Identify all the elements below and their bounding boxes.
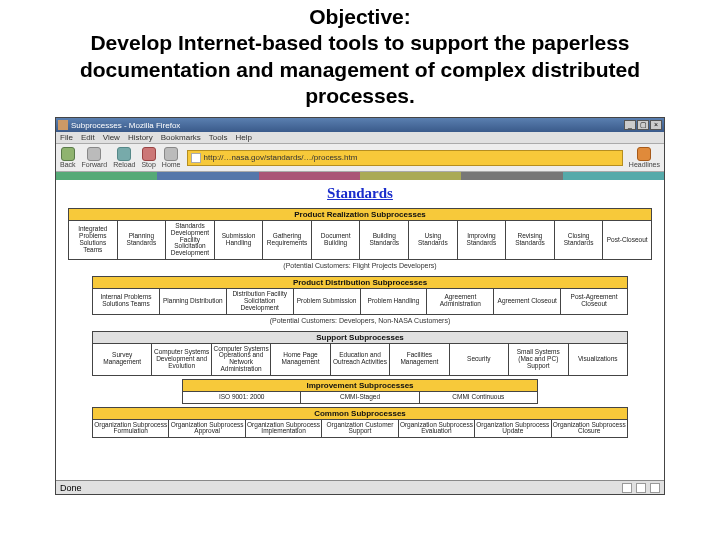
process-cell[interactable]: Computer Systems Development and Evoluti…	[152, 344, 211, 375]
nav-toolbar: Back Forward Reload Stop Home http://…na…	[56, 144, 664, 172]
process-cell[interactable]: Problem Handling	[361, 289, 428, 313]
process-cell[interactable]: Agreement Closeout	[494, 289, 561, 313]
process-cell[interactable]: Survey Management	[93, 344, 152, 375]
process-cell[interactable]: Organization Subprocess Update	[475, 420, 551, 438]
section-support: Support Subprocesses Survey Management C…	[92, 331, 628, 376]
reload-button[interactable]: Reload	[113, 147, 135, 168]
process-cell[interactable]: Distribution Facility Solicitation Devel…	[227, 289, 294, 313]
status-text: Done	[60, 483, 82, 493]
browser-window: Subprocesses - Mozilla Firefox _ ▢ × Fil…	[55, 117, 665, 495]
process-cell[interactable]: Using Standards	[409, 221, 458, 259]
process-cell[interactable]: Organization Subprocess Closure	[552, 420, 627, 438]
process-cell[interactable]: Home Page Management	[271, 344, 330, 375]
rss-button[interactable]: Headlines	[629, 147, 660, 168]
process-cell[interactable]: Post-Closeout	[603, 221, 651, 259]
section-improvement: Improvement Subprocesses ISO 9001: 2000 …	[182, 379, 538, 404]
process-cell[interactable]: Post-Agreement Closeout	[561, 289, 627, 313]
url-bar[interactable]: http://…nasa.gov/standards/…/process.htm	[187, 150, 623, 166]
menu-help[interactable]: Help	[235, 133, 251, 142]
home-button[interactable]: Home	[162, 147, 181, 168]
process-cell[interactable]: Organization Subprocess Approval	[169, 420, 245, 438]
browser-favicon-icon	[58, 120, 68, 130]
process-cell[interactable]: Planning Standards	[118, 221, 167, 259]
process-cell[interactable]: Small Systems (Mac and PC) Support	[509, 344, 568, 375]
section-head: Product Realization Subprocesses	[68, 208, 652, 221]
process-cell[interactable]: Building Standards	[360, 221, 409, 259]
stop-icon	[142, 147, 156, 161]
window-titlebar: Subprocesses - Mozilla Firefox _ ▢ ×	[56, 118, 664, 132]
status-bar: Done	[56, 480, 664, 494]
status-icon	[650, 483, 660, 493]
menu-view[interactable]: View	[103, 133, 120, 142]
process-cell[interactable]: Closing Standards	[555, 221, 604, 259]
page-content: Standards Product Realization Subprocess…	[56, 180, 664, 480]
process-cell[interactable]: CMMI-Staged	[301, 392, 419, 403]
process-cell[interactable]: Education and Outreach Activities	[331, 344, 390, 375]
window-minimize-button[interactable]: _	[624, 120, 636, 130]
process-cell[interactable]: Submission Handling	[215, 221, 264, 259]
cell-row: Integrated Problems Solutions Teams Plan…	[68, 221, 652, 260]
process-cell[interactable]: Integrated Problems Solutions Teams	[69, 221, 118, 259]
page-favicon-icon	[191, 153, 201, 163]
forward-button[interactable]: Forward	[82, 147, 108, 168]
reload-icon	[117, 147, 131, 161]
process-cell[interactable]: Gathering Requirements	[263, 221, 312, 259]
back-button[interactable]: Back	[60, 147, 76, 168]
process-cell[interactable]: Facilities Management	[390, 344, 449, 375]
menu-edit[interactable]: Edit	[81, 133, 95, 142]
slide-objective-heading: Objective:Develop Internet-based tools t…	[0, 0, 720, 117]
cell-row: Survey Management Computer Systems Devel…	[92, 344, 628, 376]
process-cell[interactable]: Revising Standards	[506, 221, 555, 259]
status-icon	[636, 483, 646, 493]
process-cell[interactable]: CMMI Continuous	[420, 392, 537, 403]
process-cell[interactable]: Improving Standards	[458, 221, 507, 259]
section-note: (Potential Customers: Developers, Non-NA…	[92, 315, 628, 328]
process-cell[interactable]: Planning Distribution	[160, 289, 227, 313]
section-product-distribution: Product Distribution Subprocesses Intern…	[92, 276, 628, 327]
process-cell[interactable]: ISO 9001: 2000	[183, 392, 301, 403]
process-cell[interactable]: Security	[450, 344, 509, 375]
process-cell[interactable]: Organization Subprocess Formulation	[93, 420, 169, 438]
process-cell[interactable]: Internal Problems Solutions Teams	[93, 289, 160, 313]
window-close-button[interactable]: ×	[650, 120, 662, 130]
cell-row: ISO 9001: 2000 CMMI-Staged CMMI Continuo…	[182, 392, 538, 404]
process-cell[interactable]: Problem Submission	[294, 289, 361, 313]
process-cell[interactable]: Computer Systems Operations and Network …	[212, 344, 271, 375]
process-cell[interactable]: Visualizations	[569, 344, 627, 375]
page-title: Standards	[62, 185, 658, 202]
forward-arrow-icon	[87, 147, 101, 161]
process-cell[interactable]: Organization Subprocess Evaluation	[399, 420, 475, 438]
color-stripe-decoration	[56, 172, 664, 180]
process-cell[interactable]: Standards Development Facility Solicitat…	[166, 221, 215, 259]
home-icon	[164, 147, 178, 161]
cell-row: Internal Problems Solutions Teams Planni…	[92, 289, 628, 314]
menu-file[interactable]: File	[60, 133, 73, 142]
window-maximize-button[interactable]: ▢	[637, 120, 649, 130]
menu-tools[interactable]: Tools	[209, 133, 228, 142]
url-text: http://…nasa.gov/standards/…/process.htm	[204, 153, 358, 162]
window-title: Subprocesses - Mozilla Firefox	[71, 121, 624, 130]
section-product-realization: Product Realization Subprocesses Integra…	[68, 208, 652, 273]
section-head: Product Distribution Subprocesses	[92, 276, 628, 289]
menu-history[interactable]: History	[128, 133, 153, 142]
process-cell[interactable]: Organization Customer Support	[322, 420, 398, 438]
section-common: Common Subprocesses Organization Subproc…	[92, 407, 628, 439]
process-cell[interactable]: Agreement Administration	[427, 289, 494, 313]
process-cell[interactable]: Document Building	[312, 221, 361, 259]
stop-button[interactable]: Stop	[141, 147, 155, 168]
menubar: File Edit View History Bookmarks Tools H…	[56, 132, 664, 144]
back-arrow-icon	[61, 147, 75, 161]
section-head: Improvement Subprocesses	[182, 379, 538, 392]
rss-icon	[637, 147, 651, 161]
section-note: (Potential Customers: Flight Projects De…	[68, 260, 652, 273]
menu-bookmarks[interactable]: Bookmarks	[161, 133, 201, 142]
section-head: Common Subprocesses	[92, 407, 628, 420]
status-icon	[622, 483, 632, 493]
cell-row: Organization Subprocess Formulation Orga…	[92, 420, 628, 439]
section-head: Support Subprocesses	[92, 331, 628, 344]
process-cell[interactable]: Organization Subprocess Implementation	[246, 420, 322, 438]
